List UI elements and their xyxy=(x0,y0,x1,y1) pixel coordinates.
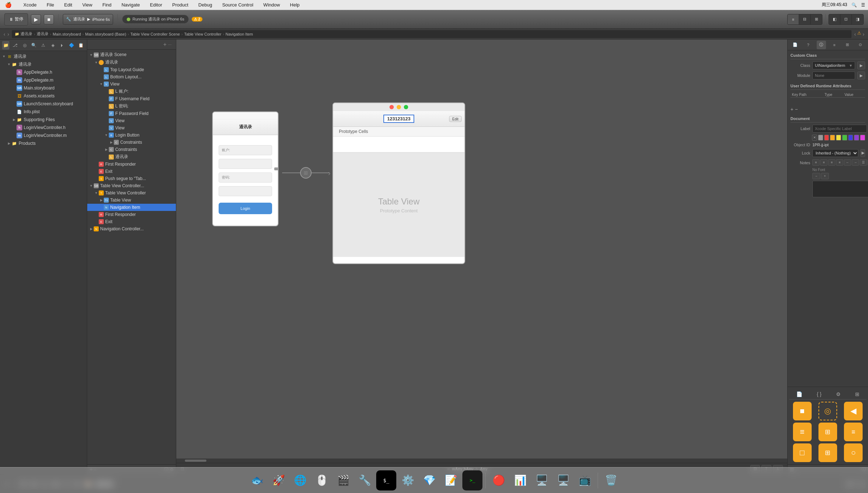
list-btn[interactable]: ☰ xyxy=(860,159,867,166)
obj-icon-view[interactable]: □ xyxy=(790,443,814,462)
forward-arrow-btn[interactable]: › xyxy=(7,31,10,38)
list-item[interactable]: 🖼 Assets.xcassets xyxy=(0,92,87,100)
file-inspector-tab[interactable]: 📄 xyxy=(790,41,800,49)
color-swatch-gray[interactable] xyxy=(818,135,823,140)
scene-item-btn-constraints[interactable]: ▶ C Constraints xyxy=(87,139,176,146)
find-menu[interactable]: Find xyxy=(100,1,113,8)
supporting-files-item[interactable]: ▶ 📁 Supporting Files xyxy=(0,116,87,124)
dock-app3[interactable]: 🖥️ xyxy=(532,470,552,490)
obj-icon-collection-view[interactable]: ⊞ xyxy=(816,443,839,462)
canvas-scrollbar[interactable] xyxy=(176,459,787,463)
scene-item-password-label[interactable]: L L 密码: xyxy=(87,102,176,110)
dock-notes[interactable]: 📝 xyxy=(441,470,461,490)
color-swatch-green[interactable] xyxy=(842,135,847,140)
window-menu[interactable]: Window xyxy=(261,1,282,8)
list-item[interactable]: m LoginViewController.m xyxy=(0,132,87,139)
list-item[interactable]: m AppDelegate.m xyxy=(0,76,87,84)
scene-item-view-3[interactable]: V View xyxy=(87,124,176,132)
canvas-area[interactable]: 通讯录 账户: 密码: Login ⊞ › xyxy=(176,40,787,474)
source-control-menu[interactable]: Source Control xyxy=(220,1,256,8)
list-item[interactable]: h LoginViewController.h xyxy=(0,124,87,132)
dock-launchpad[interactable]: 🚀 xyxy=(269,470,289,490)
next-issue-btn[interactable]: › xyxy=(862,31,865,38)
dock-sketch[interactable]: 💎 xyxy=(419,470,439,490)
breadcrumb-1[interactable]: 通讯录 xyxy=(20,31,32,37)
obj-icon-storyboard-ref[interactable]: ◎ xyxy=(816,402,839,420)
navigate-menu[interactable]: Navigate xyxy=(119,1,142,8)
file-nav-tab[interactable]: 📁 xyxy=(2,41,9,50)
symbol-tab[interactable]: ◎ xyxy=(21,41,28,50)
add-scene-button[interactable]: + xyxy=(163,41,167,48)
scene-item-view-main[interactable]: ▼ V View xyxy=(87,80,176,88)
list-item[interactable]: SB LaunchScreen.storyboard xyxy=(0,100,87,108)
breadcrumb-5[interactable]: Table View Controller Scene xyxy=(130,32,180,36)
connection-inspector-tab[interactable]: ⊙ xyxy=(856,41,865,49)
list-item[interactable]: h AppDelegate.h xyxy=(0,68,87,76)
indent-more-btn[interactable]: → xyxy=(852,159,859,166)
color-swatch-orange[interactable] xyxy=(830,135,835,140)
dock-finder[interactable]: 🐟 xyxy=(247,470,267,490)
xcode-menu[interactable]: Xcode xyxy=(21,1,39,8)
scene-item-tablevc[interactable]: ▼ T Table View Controller xyxy=(87,189,176,197)
dock-app5[interactable]: 📺 xyxy=(575,470,595,490)
color-swatch-red[interactable] xyxy=(824,135,829,140)
scene-item-top-layout[interactable]: L Top Layout Guide xyxy=(87,66,176,73)
color-swatch-yellow[interactable] xyxy=(836,135,841,140)
obj-icon-view-ctrl[interactable]: ■ xyxy=(790,402,814,420)
pause-button[interactable]: ⏸ 暂停 xyxy=(4,13,28,26)
obj-icon-table-vc[interactable]: ≡ xyxy=(790,423,814,441)
dock-app1[interactable]: 🔴 xyxy=(489,470,509,490)
module-value-field[interactable]: None xyxy=(812,72,855,79)
dock-term2[interactable]: >_ xyxy=(462,470,482,490)
scene-item-segue[interactable]: S Push segue to "Tab... xyxy=(87,175,176,182)
debug-toggle-btn[interactable]: ⊡ xyxy=(840,14,852,24)
scene-item-bottom-layout[interactable]: L Bottom Layout... xyxy=(87,73,176,80)
label-input-field[interactable] xyxy=(812,125,867,133)
file-menu[interactable]: File xyxy=(45,1,56,8)
navigator-toggle-btn[interactable]: ◧ xyxy=(829,14,840,24)
dock-preferences[interactable]: ⚙️ xyxy=(398,470,418,490)
small-icon-3[interactable]: ⚙ xyxy=(835,391,842,398)
lock-select[interactable]: Inherited - (Nothing) xyxy=(812,149,858,157)
remove-attribute-btn[interactable]: − xyxy=(795,106,798,112)
obj-icon-nav-ctrl[interactable]: ◀ xyxy=(842,402,865,420)
scene-item-view-2[interactable]: V View xyxy=(87,117,176,124)
color-swatch-purple[interactable] xyxy=(854,135,859,140)
dock-trash[interactable]: 🗑️ xyxy=(601,470,621,490)
dock-terminal[interactable]: $_ xyxy=(376,470,396,490)
scene-item-tablevc-exit[interactable]: E Exit xyxy=(87,218,176,225)
edit-button[interactable]: Edit xyxy=(449,116,462,122)
scene-item-navctrl-scene[interactable]: ▶ N Navigation Controller... xyxy=(87,225,176,232)
obj-icon-image-view[interactable]: ○ xyxy=(842,443,865,462)
breadcrumb-6[interactable]: Table View Controller xyxy=(184,32,221,36)
find-tab[interactable]: 🔍 xyxy=(31,41,38,50)
debug-menu[interactable]: Debug xyxy=(196,1,214,8)
assistant-editor-btn[interactable]: ⊟ xyxy=(799,14,811,24)
add-attribute-btn[interactable]: + xyxy=(790,106,793,112)
file-tree-root[interactable]: ▼ ⊞ 通讯录 xyxy=(0,52,87,60)
scene-item-title-label[interactable]: L 通讯录 xyxy=(87,153,176,161)
view-menu[interactable]: View xyxy=(80,1,94,8)
breakpoint-tab[interactable]: 🔷 xyxy=(68,41,75,50)
scene-item-tablevc-responder[interactable]: R First Responder xyxy=(87,211,176,218)
module-expand-btn[interactable]: ▶ xyxy=(857,72,865,79)
dock-mouseapp[interactable]: 🖱️ xyxy=(312,470,332,490)
class-value-field[interactable]: UINavigationItem ▼ xyxy=(812,61,855,69)
quick-help-tab[interactable]: ? xyxy=(803,41,813,49)
standard-editor-btn[interactable]: ≡ xyxy=(788,14,799,24)
apple-menu[interactable]: 🍎 xyxy=(3,1,14,9)
file-tree-subgroup[interactable]: ▼ 📁 通讯录 xyxy=(0,60,87,68)
scrollbar-thumb[interactable] xyxy=(185,460,206,462)
color-swatch-blue[interactable] xyxy=(848,135,853,140)
back-arrow-btn[interactable]: ‹ xyxy=(3,31,6,38)
lock-expand-btn[interactable]: ▶ xyxy=(860,149,865,157)
dock-app4[interactable]: 🖥️ xyxy=(553,470,573,490)
scene-item-username-label[interactable]: L L 账户: xyxy=(87,88,176,95)
scene-item-navitem[interactable]: N Navigation Item xyxy=(87,204,176,211)
scene-item-tongxunlu-scene[interactable]: ▼ SB 通讯录 Scene xyxy=(87,51,176,59)
debug-tab[interactable]: ⏵ xyxy=(59,41,66,50)
dock-media[interactable]: 🎬 xyxy=(333,470,353,490)
color-x-btn[interactable]: ✕ xyxy=(812,135,817,140)
editor-menu[interactable]: Editor xyxy=(148,1,164,8)
scene-item-tablevc-scene[interactable]: ▼ SB Table View Controller... xyxy=(87,182,176,189)
